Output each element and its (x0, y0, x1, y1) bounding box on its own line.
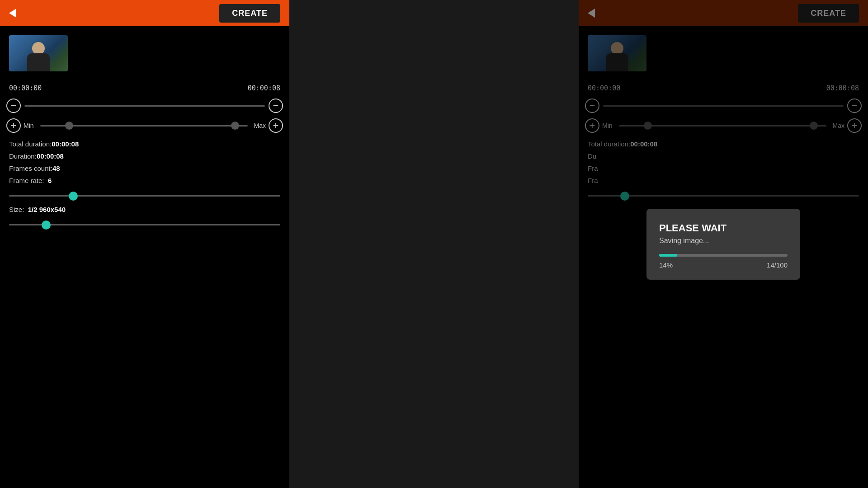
left-frames-count-row: Frames count:48 (9, 164, 280, 172)
left-duration-row: Duration:00:00:08 (9, 152, 280, 160)
left-max-label: Max (254, 122, 266, 129)
left-size-slider-container (0, 222, 289, 230)
modal-progress-count: 14/100 (767, 261, 788, 269)
right-panel: CREATE 00:00:00 00:00:08 − − + Min Max +… (579, 0, 868, 488)
thumbnail-head (32, 42, 45, 55)
left-size-thumb[interactable] (42, 221, 51, 230)
left-content-area (0, 230, 289, 488)
left-frames-count-value: 48 (52, 164, 60, 172)
left-panel: CREATE 00:00:00 00:00:08 − − + Min Max +… (0, 0, 289, 488)
left-timecode-end: 00:00:08 (248, 84, 280, 92)
left-size-label: Size: (9, 206, 24, 213)
left-min-label: Min (24, 122, 34, 129)
left-frame-rate-track[interactable] (9, 195, 280, 197)
left-duration-value: 00:00:08 (37, 152, 64, 160)
left-back-icon (9, 9, 16, 18)
left-stats: Total duration:00:00:08 Duration:00:00:0… (0, 136, 289, 193)
left-frames-count-label: Frames count: (9, 164, 52, 172)
left-header: CREATE (0, 0, 289, 26)
spacer (289, 0, 579, 488)
left-create-button[interactable]: CREATE (219, 4, 280, 23)
left-minus-right-button[interactable]: − (269, 99, 283, 113)
left-size-value: 1/2 960x540 (28, 206, 66, 213)
left-frame-rate-slider-container (0, 193, 289, 201)
left-frame-rate-row: Frame rate: 6 (9, 177, 280, 184)
left-range-thumb-right[interactable] (231, 122, 239, 130)
left-back-button[interactable] (9, 9, 16, 18)
left-total-duration-row: Total duration:00:00:08 (9, 140, 280, 148)
modal-subtitle: Saving image... (659, 237, 788, 245)
left-size-track[interactable] (9, 224, 280, 225)
modal-progress-labels: 14% 14/100 (659, 261, 788, 269)
modal-progress-fill (659, 254, 677, 257)
left-thumbnail-area (0, 26, 289, 80)
left-total-duration-value: 00:00:08 (52, 140, 79, 148)
left-range-track-top (24, 105, 265, 107)
left-plus-right-button[interactable]: + (269, 118, 283, 133)
left-frame-rate-thumb[interactable] (69, 192, 78, 201)
left-duration-label: Duration: (9, 152, 37, 160)
right-modal: PLEASE WAIT Saving image... 14% 14/100 (646, 209, 800, 280)
left-size-row: Size: 1/2 960x540 (9, 206, 280, 213)
thumbnail-body (27, 53, 50, 71)
modal-progress-track (659, 254, 788, 257)
modal-progress-percent: 14% (659, 261, 673, 269)
right-modal-overlay: PLEASE WAIT Saving image... 14% 14/100 (579, 0, 868, 488)
left-range-track-bottom[interactable] (40, 125, 248, 127)
left-frame-rate-value: 6 (48, 177, 52, 184)
left-range-thumb-left[interactable] (65, 122, 73, 130)
left-total-duration-label: Total duration: (9, 140, 52, 148)
left-timecodes: 00:00:00 00:00:08 (0, 80, 289, 96)
left-minmax-row: + Min Max + (0, 116, 289, 136)
left-plus-left-button[interactable]: + (6, 118, 21, 133)
left-minus-row: − − (0, 96, 289, 116)
left-frame-rate-label: Frame rate: (9, 177, 44, 184)
left-size-stats: Size: 1/2 960x540 (0, 201, 289, 222)
left-timecode-start: 00:00:00 (9, 84, 42, 92)
left-thumbnail (9, 35, 68, 71)
left-minus-left-button[interactable]: − (6, 99, 21, 113)
modal-title: PLEASE WAIT (659, 222, 788, 234)
